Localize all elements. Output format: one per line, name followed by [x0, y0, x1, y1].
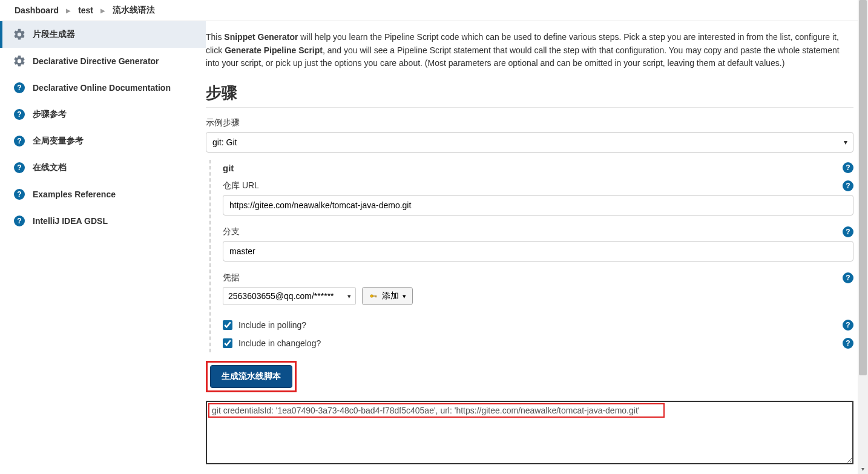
help-icon[interactable]: ?: [843, 272, 853, 283]
annotation-highlight: 生成流水线脚本: [206, 361, 297, 392]
help-icon: ?: [12, 160, 27, 175]
pipeline-script-output[interactable]: git credentialsId: '1ea07490-3a73-48c0-b…: [206, 401, 853, 464]
main-content: This Snippet Generator will help you lea…: [206, 21, 868, 474]
sidebar-item-label: 步骤参考: [33, 109, 67, 120]
sidebar-item-label: IntelliJ IDEA GDSL: [33, 216, 108, 226]
chevron-right-icon: ▶: [66, 7, 71, 14]
sidebar-item-declarative-directive-generator[interactable]: Declarative Directive Generator: [0, 48, 206, 74]
chevron-right-icon: ▶: [100, 7, 105, 14]
credentials-select[interactable]: 2563603655@qq.com/******: [223, 287, 356, 305]
sidebar-item-label: 全局变量参考: [33, 136, 84, 146]
help-icon[interactable]: ?: [843, 226, 853, 237]
sidebar-item-label: 在线文档: [33, 162, 67, 173]
gear-icon: [12, 27, 27, 42]
step-name-git: git: [223, 163, 234, 173]
sidebar-item-declarative-online-docs[interactable]: ? Declarative Online Documentation: [0, 74, 206, 101]
help-icon: ?: [12, 134, 27, 148]
branch-input[interactable]: [223, 241, 853, 262]
sample-step-select[interactable]: git: Git: [206, 132, 853, 153]
svg-point-0: [370, 295, 373, 298]
sidebar-item-snippet-generator[interactable]: 片段生成器: [0, 21, 206, 48]
polling-checkbox-input[interactable]: [223, 320, 232, 330]
sidebar-item-intellij-gdsl[interactable]: ? IntelliJ IDEA GDSL: [0, 208, 206, 234]
section-title-steps: 步骤: [206, 82, 853, 108]
breadcrumb: Dashboard ▶ test ▶ 流水线语法: [0, 0, 868, 21]
breadcrumb-pipeline-syntax[interactable]: 流水线语法: [113, 5, 155, 16]
include-polling-checkbox[interactable]: Include in polling?: [223, 320, 306, 330]
repo-url-label: 仓库 URL: [223, 180, 259, 191]
help-icon[interactable]: ?: [843, 320, 853, 331]
credentials-label: 凭据: [223, 272, 240, 283]
intro-text: This Snippet Generator will help you lea…: [206, 31, 853, 70]
scrollbar-track[interactable]: ▴ ▾: [858, 0, 868, 474]
scrollbar-thumb[interactable]: [859, 0, 867, 375]
include-changelog-checkbox[interactable]: Include in changelog?: [223, 338, 321, 348]
sidebar-item-label: Examples Reference: [33, 189, 116, 199]
sample-step-label: 示例步骤: [206, 117, 853, 128]
svg-rect-2: [376, 295, 376, 297]
sidebar: 片段生成器 Declarative Directive Generator ? …: [0, 21, 206, 474]
sidebar-item-global-vars-reference[interactable]: ? 全局变量参考: [0, 128, 206, 154]
scroll-down-arrow-icon[interactable]: ▾: [858, 464, 868, 474]
help-icon: ?: [12, 81, 27, 95]
sidebar-item-label: 片段生成器: [33, 29, 75, 40]
sidebar-item-online-docs[interactable]: ? 在线文档: [0, 154, 206, 181]
breadcrumb-test[interactable]: test: [78, 5, 93, 15]
key-icon: [369, 292, 378, 300]
generate-pipeline-script-button[interactable]: 生成流水线脚本: [210, 365, 292, 388]
sidebar-item-label: Declarative Online Documentation: [33, 83, 171, 93]
gear-icon: [12, 54, 27, 68]
sidebar-item-label: Declarative Directive Generator: [33, 56, 159, 66]
help-icon[interactable]: ?: [843, 338, 853, 349]
help-icon[interactable]: ?: [843, 180, 853, 191]
changelog-checkbox-input[interactable]: [223, 338, 232, 348]
repo-url-input[interactable]: [223, 195, 853, 216]
sidebar-item-examples-reference[interactable]: ? Examples Reference: [0, 181, 206, 208]
add-credentials-button[interactable]: 添加 ▾: [362, 287, 413, 305]
help-icon: ?: [12, 187, 27, 202]
branch-label: 分支: [223, 226, 240, 237]
sidebar-item-steps-reference[interactable]: ? 步骤参考: [0, 101, 206, 128]
help-icon: ?: [12, 214, 27, 228]
help-icon[interactable]: ?: [843, 162, 853, 173]
help-icon: ?: [12, 107, 27, 122]
breadcrumb-dashboard[interactable]: Dashboard: [15, 5, 59, 15]
chevron-down-icon: ▾: [403, 292, 406, 300]
